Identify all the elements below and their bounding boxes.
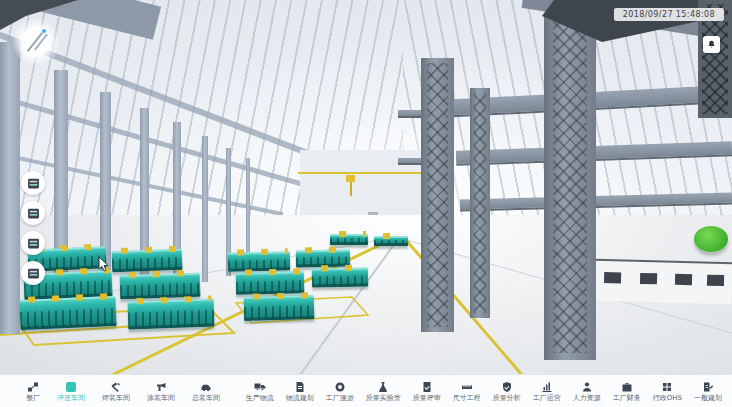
press-die (374, 236, 408, 246)
office-window (707, 275, 724, 286)
press-die (312, 268, 368, 288)
3d-viewport[interactable] (0, 0, 732, 375)
bell-icon (707, 40, 716, 49)
bottom-toolbar: 整厂 冲压车间 焊装车间 涂装车间 总装车间 生产物流 (0, 374, 732, 407)
office-window (675, 274, 692, 285)
shield-check-icon (501, 381, 513, 393)
steel-column (202, 136, 208, 282)
button-label: 一般规划 (694, 395, 722, 402)
steel-column (421, 58, 454, 332)
button-logistics-planning[interactable]: 物流规划 (286, 381, 314, 402)
doc-edit-icon (702, 381, 714, 393)
review-doc-icon (421, 381, 433, 393)
press-line-button-4[interactable] (21, 261, 45, 285)
ruler-icon (461, 381, 473, 393)
steel-column (470, 88, 490, 318)
stamping-icon (66, 382, 76, 392)
press-line-button-3[interactable] (21, 231, 45, 255)
steel-beam (398, 158, 422, 165)
button-label: 物流规划 (286, 395, 314, 402)
truck-icon (254, 381, 266, 393)
tab-whole-factory[interactable]: 整厂 (26, 381, 40, 402)
press-machine-icon (27, 177, 40, 190)
crane-hoist (350, 182, 352, 196)
button-label: 人力资源 (573, 395, 601, 402)
button-quality-lab[interactable]: 质量实验室 (366, 381, 401, 402)
person-icon (581, 381, 593, 393)
tab-assembly-workshop[interactable]: 总装车间 (192, 381, 220, 402)
button-label: 尺寸工程 (453, 395, 481, 402)
button-label: 工厂运营 (533, 395, 561, 402)
tab-label: 冲压车间 (57, 395, 85, 402)
press-machine-icon (27, 267, 40, 280)
steel-column (544, 14, 596, 360)
button-dimensional-engineering[interactable]: 尺寸工程 (453, 381, 481, 402)
tab-welding-workshop[interactable]: 焊装车间 (102, 381, 130, 402)
press-line-button-1[interactable] (21, 171, 45, 195)
press-die (244, 295, 315, 321)
tab-painting-workshop[interactable]: 涂装车间 (147, 381, 175, 402)
workshop-tabs: 整厂 冲压车间 焊装车间 涂装车间 总装车间 (26, 381, 220, 402)
button-human-resources[interactable]: 人力资源 (573, 381, 601, 402)
press-line-button-2[interactable] (21, 201, 45, 225)
button-label: 质量评审 (413, 395, 441, 402)
tab-label: 整厂 (26, 395, 40, 402)
button-admin-ohs[interactable]: 行政OHS (653, 381, 682, 402)
office-window (640, 273, 657, 284)
status-machine-green (694, 226, 728, 252)
camera-lens-icon (334, 381, 346, 393)
press-die (330, 234, 368, 245)
assembly-icon (200, 381, 212, 393)
tab-label: 总装车间 (192, 395, 220, 402)
module-buttons: 生产物流 物流规划 工厂漫游 质量实验室 质量评审 尺寸工程 (246, 381, 722, 402)
press-die (19, 296, 116, 330)
logistics-plan-icon (294, 381, 306, 393)
navigation-compass[interactable] (12, 18, 60, 66)
steel-beam (398, 110, 422, 118)
button-label: 质量实验室 (366, 395, 401, 402)
button-factory-finance[interactable]: 工厂财务 (613, 381, 641, 402)
button-quality-analysis[interactable]: 质量分析 (493, 381, 521, 402)
crane-trolley (346, 175, 355, 182)
button-label: 行政OHS (653, 395, 682, 402)
painting-icon (155, 381, 167, 393)
tab-stamping-workshop[interactable]: 冲压车间 (57, 381, 85, 402)
press-die (112, 249, 183, 272)
factory-overview-icon (27, 381, 39, 393)
tab-label: 焊装车间 (102, 395, 130, 402)
app-window: 2018/09/27 15:48:08 整厂 冲压车间 焊装车间 (0, 0, 732, 407)
bar-chart-icon (541, 381, 553, 393)
briefcase-icon (621, 381, 633, 393)
button-label: 质量分析 (493, 395, 521, 402)
timestamp: 2018/09/27 15:48:08 (614, 8, 724, 21)
crane-rail (298, 172, 432, 174)
button-general-planning[interactable]: 一般规划 (694, 381, 722, 402)
steel-column (0, 42, 20, 334)
button-label: 生产物流 (246, 395, 274, 402)
grid-icon (661, 381, 673, 393)
mouse-cursor (98, 256, 110, 272)
press-machine-icon (27, 237, 40, 250)
press-die (128, 299, 215, 330)
notification-button[interactable] (703, 36, 720, 53)
tab-label: 涂装车间 (147, 395, 175, 402)
button-label: 工厂漫游 (326, 395, 354, 402)
compass-north-dot (42, 29, 46, 33)
press-machine-icon (27, 207, 40, 220)
button-factory-tour[interactable]: 工厂漫游 (326, 381, 354, 402)
office-window (604, 272, 621, 283)
button-factory-operations[interactable]: 工厂运营 (533, 381, 561, 402)
button-label: 工厂财务 (613, 395, 641, 402)
press-die (236, 271, 305, 295)
welding-icon (110, 381, 122, 393)
button-production-logistics[interactable]: 生产物流 (246, 381, 274, 402)
button-quality-review[interactable]: 质量评审 (413, 381, 441, 402)
flask-icon (377, 381, 389, 393)
